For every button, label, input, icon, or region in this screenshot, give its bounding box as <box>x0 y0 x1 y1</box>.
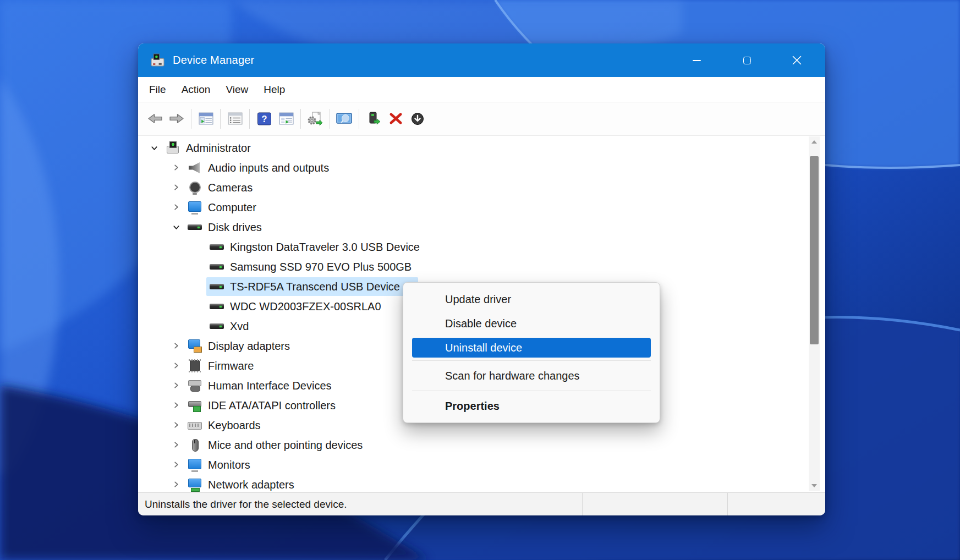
tree-row-content: Administrator <box>162 139 256 157</box>
tree-row-label: Firmware <box>208 360 254 372</box>
context-menu-item-uninstall-device[interactable]: Uninstall device <box>412 338 651 358</box>
status-pane <box>727 493 825 515</box>
hid-icon <box>187 378 202 393</box>
chevron-icon[interactable] <box>168 199 184 216</box>
maximize-button[interactable] <box>722 43 772 77</box>
scroll-down-icon[interactable] <box>811 484 817 487</box>
tree-row-label: Mice and other pointing devices <box>208 439 363 452</box>
chevron-icon[interactable] <box>168 437 184 453</box>
chevron-icon[interactable] <box>168 476 184 492</box>
tree-row-content: Keyboards <box>184 416 266 435</box>
tree-row-content: Mice and other pointing devices <box>184 436 368 454</box>
tree-row-label: Display adapters <box>208 340 290 353</box>
update-driver-icon <box>308 112 323 126</box>
minimize-icon <box>693 60 701 61</box>
chevron-icon[interactable] <box>168 160 184 176</box>
disk-icon <box>209 319 224 333</box>
tree-row-label: Cameras <box>208 182 253 194</box>
context-menu-item-update-driver[interactable]: Update driver <box>412 287 651 311</box>
ide-icon <box>187 398 202 413</box>
help-icon: ? <box>257 112 271 125</box>
menu-view[interactable]: View <box>218 80 256 100</box>
status-bar: Uninstalls the driver for the selected d… <box>138 492 825 515</box>
menu-help[interactable]: Help <box>256 80 293 100</box>
disk-icon <box>209 299 224 314</box>
close-button[interactable] <box>772 43 822 77</box>
update-driver-button[interactable] <box>304 107 326 130</box>
tree-row-label: Keyboards <box>208 419 261 432</box>
chevron-icon[interactable] <box>146 140 162 156</box>
tree-row[interactable]: Kingston DataTraveler 3.0 USB Device <box>138 237 825 257</box>
enable-device-button[interactable] <box>363 107 385 130</box>
vertical-scrollbar[interactable] <box>809 136 820 491</box>
network-icon <box>187 477 202 492</box>
context-menu-item-label: Uninstall device <box>445 342 522 354</box>
tree-row[interactable]: Audio inputs and outputs <box>138 158 825 178</box>
monitor-icon <box>187 458 202 472</box>
device-manager-app-icon <box>150 53 165 68</box>
tree-row-content: Audio inputs and outputs <box>184 158 334 177</box>
tree-row[interactable]: Disk drives <box>138 217 825 237</box>
tree-row[interactable]: Cameras <box>138 178 825 197</box>
toolbar-separator <box>359 109 359 129</box>
chevron-icon[interactable] <box>168 179 184 196</box>
context-menu-item-scan-for-hardware-changes[interactable]: Scan for hardware changes <box>412 364 651 388</box>
toolbar-separator <box>220 109 221 129</box>
back-button[interactable] <box>144 107 166 130</box>
disk-icon <box>187 220 202 234</box>
tree-row[interactable]: Mice and other pointing devices <box>138 435 825 455</box>
camera-icon <box>187 180 202 195</box>
help-topics-button[interactable] <box>275 107 297 130</box>
tree-row[interactable]: Samsung SSD 970 EVO Plus 500GB <box>138 257 825 277</box>
tree-row-content: Samsung SSD 970 EVO Plus 500GB <box>206 257 417 276</box>
tree-row[interactable]: Computer <box>138 197 825 217</box>
toolbar-separator <box>249 109 250 129</box>
tree-row-content: Xvd <box>206 317 254 336</box>
tree-row-label: Administrator <box>186 142 251 155</box>
forward-icon <box>169 112 185 125</box>
uninstall-device-icon <box>389 112 403 125</box>
chevron-icon[interactable] <box>168 397 184 414</box>
tree-row[interactable]: Monitors <box>138 455 825 475</box>
window-title: Device Manager <box>173 54 254 67</box>
enable-device-icon <box>366 112 382 125</box>
disable-device-button[interactable] <box>407 107 429 130</box>
chevron-icon[interactable] <box>168 457 184 473</box>
uninstall-device-button[interactable] <box>385 107 407 130</box>
tree-row[interactable]: Network adapters <box>138 475 825 492</box>
chevron-icon[interactable] <box>168 338 184 354</box>
tree-row-content: Network adapters <box>184 475 300 492</box>
context-menu-item-properties[interactable]: Properties <box>412 394 651 418</box>
tree-row-label: Computer <box>208 201 256 214</box>
disable-device-icon <box>410 112 425 126</box>
tree-row-label: Human Interface Devices <box>208 380 332 392</box>
chevron-icon[interactable] <box>168 358 184 374</box>
scrollbar-thumb[interactable] <box>810 156 819 344</box>
titlebar[interactable]: Device Manager <box>138 43 825 77</box>
forward-button[interactable] <box>166 107 188 130</box>
scan-hardware-changes-icon <box>336 112 353 125</box>
properties-button[interactable] <box>224 107 246 130</box>
show-console-tree-icon <box>199 112 213 125</box>
scroll-up-icon[interactable] <box>811 140 817 144</box>
context-menu-item-disable-device[interactable]: Disable device <box>412 311 651 336</box>
help-button[interactable]: ? <box>253 107 275 130</box>
minimize-button[interactable] <box>672 43 722 77</box>
tree-row-label: TS-RDF5A Transcend USB Device <box>230 281 400 293</box>
menu-action[interactable]: Action <box>174 80 218 100</box>
menu-file[interactable]: File <box>141 80 174 100</box>
tree-row-label: Monitors <box>208 459 250 471</box>
speaker-icon <box>187 161 202 175</box>
tree-row-label: Audio inputs and outputs <box>208 162 329 174</box>
tree-row-content: Disk drives <box>184 218 267 237</box>
device-manager-window: Device Manager FileActionViewHelp ? Admi… <box>138 43 825 515</box>
toolbar-separator <box>191 109 191 129</box>
tree-row-content: Human Interface Devices <box>184 376 337 395</box>
chevron-icon[interactable] <box>168 417 184 433</box>
chevron-icon[interactable] <box>168 377 184 394</box>
tree-row[interactable]: Administrator <box>138 138 825 158</box>
show-console-tree-button[interactable] <box>195 107 217 130</box>
chevron-icon[interactable] <box>168 219 184 235</box>
scan-hardware-changes-button[interactable] <box>333 107 355 130</box>
tree-row-content: TS-RDF5A Transcend USB Device <box>206 277 418 296</box>
